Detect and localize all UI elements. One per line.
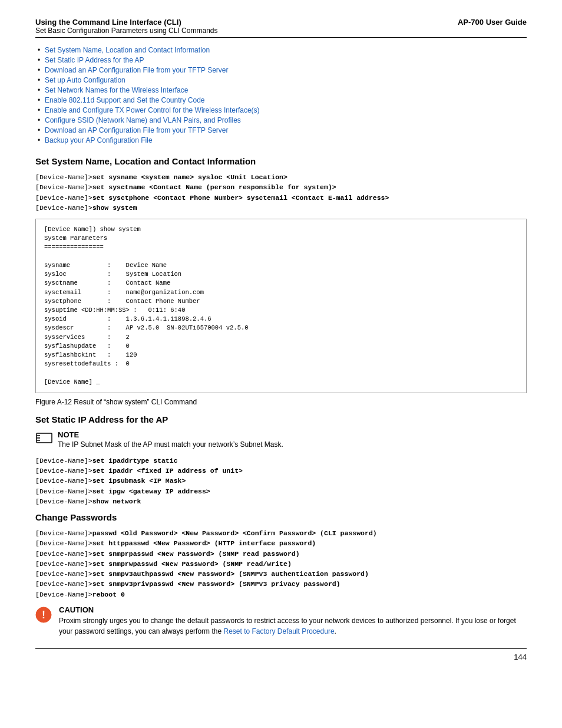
s2-cmd-5: show network <box>92 498 141 505</box>
s3-code-line-1: [Device-Name]>passwd <Old Password> <New… <box>35 528 527 538</box>
s3-prefix-7: [Device-Name]> <box>35 591 92 598</box>
s3-prefix-2: [Device-Name]> <box>35 539 92 547</box>
note-text: The IP Subnet Mask of the AP must match … <box>58 440 283 449</box>
figure-caption-text: Figure A-12 Result of “show system” CLI … <box>35 398 197 406</box>
s3-cmd-5: set snmpv3authpasswd <New Password> (SNM… <box>92 570 369 578</box>
toc-link-5[interactable]: Set Network Names for the Wireless Inter… <box>45 86 188 94</box>
toc-item-7[interactable]: Enable and Configure TX Power Control fo… <box>35 106 527 114</box>
caution-text-after: . <box>335 627 336 635</box>
s3-cmd-2: set httppasswd <New Password> (HTTP inte… <box>92 539 316 547</box>
s2-prefix-2: [Device-Name]> <box>35 467 92 475</box>
s2-code-line-5: [Device-Name]>show network <box>35 496 527 506</box>
s2-prefix-4: [Device-Name]> <box>35 487 92 495</box>
header-divider <box>35 37 527 38</box>
s2-code-line-2: [Device-Name]>set ipaddr <fixed IP addre… <box>35 466 527 476</box>
toc-item-9[interactable]: Download an AP Configuration File from y… <box>35 126 527 134</box>
caution-content: CAUTION Proxim strongly urges you to cha… <box>59 605 527 637</box>
toc-item-4[interactable]: Set up Auto Configuration <box>35 76 527 84</box>
s3-code-line-6: [Device-Name]>set snmpv3privpasswd <New … <box>35 579 527 589</box>
s2-prefix-1: [Device-Name]> <box>35 457 92 465</box>
note-svg-icon <box>35 431 53 445</box>
caution-text: Proxim strongly urges you to change the … <box>59 615 527 637</box>
s2-prefix-3: [Device-Name]> <box>35 477 92 485</box>
toc-item-2[interactable]: Set Static IP Address for the AP <box>35 56 527 64</box>
s3-prefix-4: [Device-Name]> <box>35 560 92 568</box>
s3-prefix-5: [Device-Name]> <box>35 570 92 578</box>
note-icon <box>35 431 54 445</box>
caution-label: CAUTION <box>59 605 527 614</box>
page-footer: 144 <box>35 653 527 661</box>
note-label: NOTE <box>58 430 283 439</box>
s3-cmd-7: reboot 0 <box>92 591 125 598</box>
s3-prefix-3: [Device-Name]> <box>35 550 92 558</box>
s3-code-line-2: [Device-Name]>set httppasswd <New Passwo… <box>35 538 527 548</box>
section3-heading: Change Passwords <box>35 512 527 522</box>
s1-code-line-4: [Device-Name]>show system <box>35 203 527 213</box>
toc-link-8[interactable]: Configure SSID (Network Name) and VLAN P… <box>45 116 241 124</box>
s1-prefix-4: [Device-Name]> <box>35 204 92 212</box>
s1-prefix-2: [Device-Name]> <box>35 183 92 191</box>
toc-item-3[interactable]: Download an AP Configuration File from y… <box>35 66 527 74</box>
s3-cmd-6: set snmpv3privpasswd <New Password> (SNM… <box>92 580 340 588</box>
note-content: NOTE The IP Subnet Mask of the AP must m… <box>58 430 283 449</box>
toc-list: Set System Name, Location and Contact In… <box>35 46 527 144</box>
s1-code-line-2: [Device-Name]>set sysctname <Contact Nam… <box>35 182 527 192</box>
page-header: Using the Command Line Interface (CLI) S… <box>35 18 527 35</box>
s2-code-line-1: [Device-Name]>set ipaddrtype static <box>35 456 527 466</box>
header-subtitle: Set Basic Configuration Parameters using… <box>35 27 217 35</box>
toc-link-2[interactable]: Set Static IP Address for the AP <box>45 56 144 64</box>
s3-code-line-4: [Device-Name]>set snmprwpasswd <New Pass… <box>35 559 527 569</box>
page-number: 144 <box>514 653 527 661</box>
s3-cmd-4: set snmprwpasswd <New Password> (SNMP re… <box>92 560 292 568</box>
toc-item-10[interactable]: Backup your AP Configuration File <box>35 136 527 144</box>
s3-code-line-5: [Device-Name]>set snmpv3authpasswd <New … <box>35 569 527 579</box>
s1-cmd-4: show system <box>92 204 137 212</box>
section2-heading: Set Static IP Address for the AP <box>35 414 527 424</box>
s1-prefix-1: [Device-Name]> <box>35 173 92 181</box>
toc-item-6[interactable]: Enable 802.11d Support and Set the Count… <box>35 96 527 104</box>
s2-prefix-5: [Device-Name]> <box>35 498 92 505</box>
toc-item-8[interactable]: Configure SSID (Network Name) and VLAN P… <box>35 116 527 124</box>
s1-cmd-3: set sysctphone <Contact Phone Number> sy… <box>92 194 389 202</box>
page-wrapper: Using the Command Line Interface (CLI) S… <box>0 0 562 728</box>
s2-cmd-4: set ipgw <gateway IP address> <box>92 487 210 495</box>
caution-svg-icon: ! <box>35 607 52 623</box>
toc-item-1[interactable]: Set System Name, Location and Contact In… <box>35 46 527 54</box>
s2-cmd-1: set ipaddrtype static <box>92 457 178 465</box>
s1-cmd-2: set sysctname <Contact Name (person resp… <box>92 183 336 191</box>
s2-code-line-3: [Device-Name]>set ipsubmask <IP Mask> <box>35 476 527 486</box>
s3-prefix-1: [Device-Name]> <box>35 529 92 537</box>
toc-item-5[interactable]: Set Network Names for the Wireless Inter… <box>35 86 527 94</box>
s3-cmd-3: set snmprpasswd <New Password> (SNMP rea… <box>92 550 300 558</box>
terminal-box: [Device Name]) show system System Parame… <box>35 219 527 393</box>
section2-code: [Device-Name]>set ipaddrtype static [Dev… <box>35 456 527 506</box>
section1-code: [Device-Name]>set sysname <system name> … <box>35 172 527 213</box>
s2-cmd-3: set ipsubmask <IP Mask> <box>92 477 186 485</box>
s2-cmd-2: set ipaddr <fixed IP address of unit> <box>92 467 243 475</box>
figure-caption: Figure A-12 Result of “show system” CLI … <box>35 398 527 406</box>
toc-link-7[interactable]: Enable and Configure TX Power Control fo… <box>45 106 260 114</box>
section1-heading: Set System Name, Location and Contact In… <box>35 156 527 166</box>
s1-code-line-1: [Device-Name]>set sysname <system name> … <box>35 172 527 182</box>
s3-cmd-1: passwd <Old Password> <New Password> <Co… <box>92 529 377 537</box>
toc-link-1[interactable]: Set System Name, Location and Contact In… <box>45 46 210 54</box>
toc-link-3[interactable]: Download an AP Configuration File from y… <box>45 66 228 74</box>
footer-divider <box>35 648 527 649</box>
svg-text:!: ! <box>42 609 45 621</box>
toc-link-6[interactable]: Enable 802.11d Support and Set the Count… <box>45 96 205 104</box>
s1-cmd-1: set sysname <system name> sysloc <Unit L… <box>92 173 287 181</box>
caution-box: ! CAUTION Proxim strongly urges you to c… <box>35 605 527 637</box>
toc-link-4[interactable]: Set up Auto Configuration <box>45 76 125 84</box>
caution-link[interactable]: Reset to Factory Default Procedure <box>223 627 334 635</box>
header-right-title: AP-700 User Guide <box>458 18 527 27</box>
s3-prefix-6: [Device-Name]> <box>35 580 92 588</box>
s1-prefix-3: [Device-Name]> <box>35 194 92 202</box>
s1-code-line-3: [Device-Name]>set sysctphone <Contact Ph… <box>35 193 527 203</box>
section3-code: [Device-Name]>passwd <Old Password> <New… <box>35 528 527 599</box>
s3-code-line-7: [Device-Name]>reboot 0 <box>35 589 527 599</box>
toc-link-10[interactable]: Backup your AP Configuration File <box>45 136 153 144</box>
header-left: Using the Command Line Interface (CLI) S… <box>35 18 217 35</box>
toc-link-9[interactable]: Download an AP Configuration File from y… <box>45 126 228 134</box>
header-title: Using the Command Line Interface (CLI) <box>35 18 217 27</box>
caution-icon: ! <box>35 607 54 625</box>
